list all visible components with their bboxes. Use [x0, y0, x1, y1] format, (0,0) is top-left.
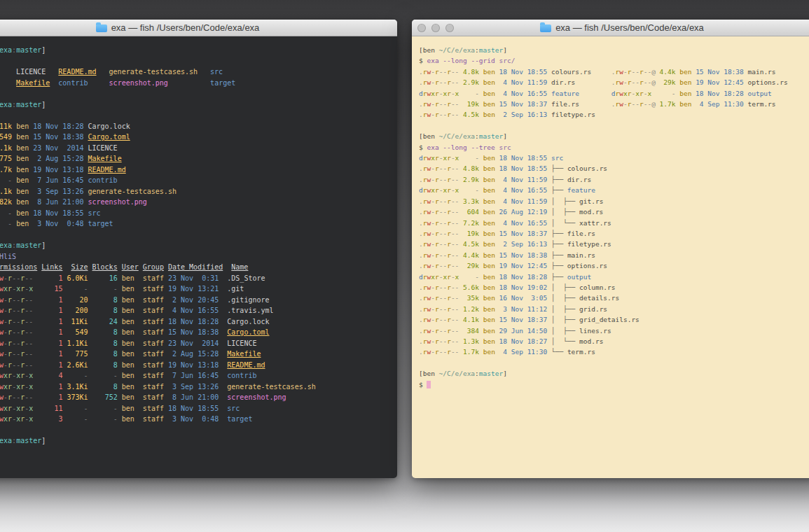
terminal-line: 549 ben 15 Nov 18:38 Cargo.toml	[0, 132, 397, 143]
terminal-line: - ben 3 Nov 0:48 target	[0, 218, 397, 230]
terminal-line: .rw-r--r-- 4.4k ben 15 Nov 18:38 ├── mai…	[419, 250, 809, 260]
terminal-line: 775 ben 2 Aug 15:28 Makefile	[0, 153, 397, 164]
terminal-line: rwxr-xr-x 3 - - ben staff 3 Nov 0:48 tar…	[0, 414, 397, 425]
terminal-line: rw-r--r-- 1 2.6Ki 8 ben staff 19 Nov 13:…	[0, 360, 397, 371]
terminal-line: .rw-r--r-- 1.7k ben 4 Sep 11:30 └── term…	[419, 346, 809, 357]
terminal-line: .rw-r--r-- 4.5k ben 2 Sep 16:13 filetype…	[419, 109, 809, 120]
right-titlebar[interactable]: exa — fish /Users/ben/Code/exa/exa	[412, 20, 809, 36]
terminal-line: drwxr-xr-x - ben 4 Nov 16:55 feature drw…	[419, 88, 809, 99]
terminal-line	[0, 110, 397, 121]
terminal-line: .rw-r--r-- 3.3k ben 4 Nov 11:59 │ ├── gi…	[419, 196, 809, 206]
terminal-line: rw-r--r-- 1 1.1Ki 8 ben staff 23 Nov 201…	[0, 338, 397, 349]
terminal-line: .rw-r--r-- 2.9k ben 4 Nov 11:59 dir.rs .…	[419, 77, 809, 88]
terminal-line: rw-r--r-- 1 11Ki 24 ben staff 18 Nov 18:…	[0, 316, 397, 328]
terminal-line: /exa:master]	[0, 435, 397, 447]
terminal-line: $ exa --long --tree src	[419, 142, 809, 153]
terminal-line: 382k ben 8 Jun 21:00 screenshot.png	[0, 197, 397, 208]
desktop: { "left_window": { "title": "exa — fish …	[0, 0, 809, 532]
terminal-line: rwxr-xr-x 15 - - ben staff 19 Nov 13:21 …	[0, 284, 397, 295]
left-title-area: exa — fish /Users/ben/Code/exa/exa	[0, 20, 397, 36]
terminal-line: .rw-r--r-- 7.2k ben 4 Nov 16:55 │ └── xa…	[419, 218, 809, 228]
terminal-line: .rw-r--r-- 4.8k ben 18 Nov 18:55 ├── col…	[419, 163, 809, 174]
right-window-title: exa — fish /Users/ben/Code/exa/exa	[555, 22, 704, 33]
left-terminal-screen[interactable]: /exa:master] LICENCE README.md generate-…	[0, 36, 397, 478]
folder-icon	[96, 24, 107, 32]
terminal-line	[0, 88, 397, 99]
terminal-line: .rw-r--r-- 4.8k ben 18 Nov 18:55 colours…	[419, 66, 809, 77]
terminal-line: .rw-r--r-- 384 ben 29 Jun 14:50 │ ├── li…	[419, 326, 809, 336]
right-terminal-screen[interactable]: [ben ~/C/e/exa:master]$ exa --long --gri…	[412, 36, 809, 478]
terminal-line: rw-r--r-- 1 373Ki 752 ben staff 8 Jun 21…	[0, 392, 397, 403]
terminal-line: rwxr-xr-x 11 - - ben staff 18 Nov 18:55 …	[0, 403, 397, 414]
right-title-area: exa — fish /Users/ben/Code/exa/exa	[412, 20, 809, 36]
terminal-line: /exa:master]	[0, 240, 397, 251]
terminal-line: rw-r--r-- 1 775 8 ben staff 2 Aug 15:28 …	[0, 349, 397, 360]
terminal-line: /exa:master]	[0, 45, 397, 56]
terminal-line: .rw-r--r-- 5.6k ben 18 Nov 19:02 │ ├── c…	[419, 282, 809, 293]
left-terminal-window[interactable]: exa — fish /Users/ben/Code/exa/exa /exa:…	[0, 20, 397, 477]
left-window-title: exa — fish /Users/ben/Code/exa/exa	[111, 22, 260, 33]
terminal-line: .rw-r--r-- 4.1k ben 15 Nov 18:37 │ ├── g…	[419, 314, 809, 325]
terminal-line	[0, 425, 397, 436]
terminal-line: .rw-r--r-- 604 ben 26 Aug 12:19 │ ├── mo…	[419, 206, 809, 217]
terminal-line: .rw-r--r-- 29k ben 19 Nov 12:45 ├── opti…	[419, 260, 809, 271]
terminal-line: 2.7k ben 19 Nov 13:18 README.md	[0, 164, 397, 176]
terminal-line: .rw-r--r-- 1.2k ben 3 Nov 11:12 │ ├── gr…	[419, 304, 809, 314]
terminal-line: drwxr-xr-x - ben 4 Nov 16:55 ├── feature	[419, 185, 809, 195]
terminal-line: - ben 7 Jun 16:45 contrib	[0, 175, 397, 186]
folder-icon	[540, 24, 551, 32]
terminal-line	[0, 56, 397, 67]
terminal-line: .rw-r--r-- 19k ben 15 Nov 18:37 file.rs …	[419, 99, 809, 109]
terminal-line: Makefile contrib screenshot.png target	[0, 78, 397, 89]
terminal-line: .rw-r--r-- 1.3k ben 18 Nov 18:27 │ └── m…	[419, 336, 809, 346]
terminal-line	[0, 230, 397, 241]
terminal-line: .rw-r--r-- 4.5k ben 2 Sep 16:13 ├── file…	[419, 239, 809, 249]
terminal-line: rw-r--r-- 1 6.0Ki 16 ben staff 23 Nov 0:…	[0, 273, 397, 284]
terminal-line: drwxr-xr-x - ben 18 Nov 18:28 ├── output	[419, 272, 809, 282]
terminal-line	[419, 120, 809, 131]
left-titlebar[interactable]: exa — fish /Users/ben/Code/exa/exa	[0, 20, 397, 36]
terminal-line: 1.1k ben 23 Nov 2014 LICENCE	[0, 143, 397, 154]
terminal-line: $	[419, 379, 809, 390]
terminal-line	[419, 358, 809, 368]
terminal-line: 11k ben 18 Nov 18:28 Cargo.lock	[0, 121, 397, 132]
terminal-line: rwxr-xr-x 1 3.1Ki 8 ben staff 3 Sep 13:2…	[0, 382, 397, 393]
terminal-line: $ exa --long --grid src/	[419, 55, 809, 66]
terminal-line: rw-r--r-- 1 549 8 ben staff 15 Nov 18:38…	[0, 327, 397, 338]
terminal-line: rw-r--r-- 1 200 8 ben staff 4 Nov 16:55 …	[0, 305, 397, 316]
terminal-line: .rw-r--r-- 19k ben 15 Nov 18:37 ├── file…	[419, 228, 809, 239]
terminal-line: - ben 18 Nov 18:55 src	[0, 208, 397, 219]
terminal-line: [ben ~/C/e/exa:master]	[419, 131, 809, 141]
terminal-line: ermissions Links Size Blocks User Group …	[0, 262, 397, 273]
terminal-line: .rw-r--r-- 2.9k ben 4 Nov 11:59 ├── dir.…	[419, 174, 809, 185]
terminal-line: .rw-r--r-- 35k ben 16 Nov 3:05 │ ├── det…	[419, 293, 809, 303]
right-terminal-window[interactable]: exa — fish /Users/ben/Code/exa/exa [ben …	[412, 20, 809, 477]
terminal-line: [ben ~/C/e/exa:master]	[419, 368, 809, 379]
terminal-line: LICENCE README.md generate-testcases.sh …	[0, 66, 397, 78]
terminal-line: [ben ~/C/e/exa:master]	[419, 45, 809, 55]
terminal-line: rwxr-xr-x 4 - - ben staff 7 Jun 16:45 co…	[0, 370, 397, 382]
terminal-line: /exa:master]	[0, 99, 397, 111]
terminal-line: rw-r--r-- 1 20 8 ben staff 2 Nov 20:45 .…	[0, 295, 397, 306]
terminal-line: drwxr-xr-x - ben 18 Nov 18:55 src	[419, 153, 809, 163]
terminal-line: hHliS	[0, 251, 397, 262]
terminal-line: 3.1k ben 3 Sep 13:26 generate-testcases.…	[0, 186, 397, 197]
